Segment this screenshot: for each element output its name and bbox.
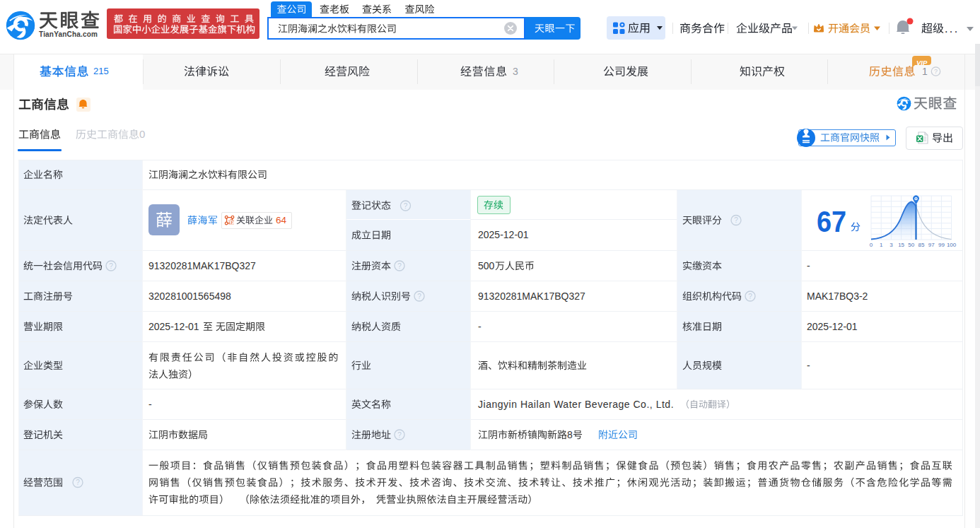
- svg-text:50: 50: [908, 242, 914, 248]
- svg-text:99: 99: [938, 242, 945, 248]
- svg-text:1: 1: [880, 242, 883, 248]
- svg-text:15: 15: [898, 242, 904, 248]
- svg-text:0: 0: [870, 242, 873, 248]
- svg-text:97: 97: [928, 242, 935, 248]
- svg-text:3: 3: [889, 242, 893, 248]
- svg-text:85: 85: [918, 242, 925, 248]
- svg-text:100: 100: [947, 242, 957, 248]
